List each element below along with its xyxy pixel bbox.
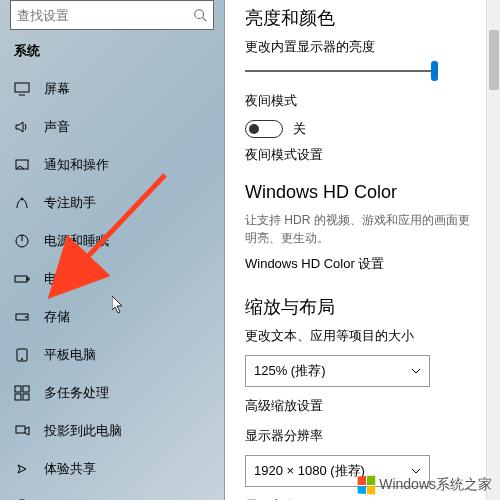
hdcolor-link[interactable]: Windows HD Color 设置 xyxy=(245,255,480,273)
hdcolor-desc: 让支持 HDR 的视频、游戏和应用的画面更明亮、更生动。 xyxy=(245,211,480,247)
svg-rect-18 xyxy=(16,426,25,433)
scrollbar[interactable] xyxy=(486,0,500,500)
nav-item-tablet[interactable]: 平板电脑 xyxy=(0,336,224,374)
svg-rect-15 xyxy=(23,386,29,392)
hdcolor-title: Windows HD Color xyxy=(245,182,480,203)
svg-rect-8 xyxy=(15,276,27,282)
chevron-down-icon xyxy=(411,366,421,376)
search-icon xyxy=(193,8,207,22)
nav-item-clipboard[interactable]: 剪贴板 xyxy=(0,488,224,500)
text-size-label: 更改文本、应用等项目的大小 xyxy=(245,327,480,345)
advanced-scale-link[interactable]: 高级缩放设置 xyxy=(245,397,480,415)
nav-item-focus[interactable]: 专注助手 xyxy=(0,184,224,222)
nav-label: 专注助手 xyxy=(44,194,96,212)
search-box[interactable] xyxy=(10,0,214,30)
windows-logo-icon xyxy=(358,476,376,495)
focus-icon xyxy=(14,195,30,211)
watermark: Windows系统之家 xyxy=(357,476,492,494)
scrollbar-thumb[interactable] xyxy=(489,30,499,90)
notification-icon xyxy=(14,157,30,173)
slider-thumb[interactable] xyxy=(431,61,438,81)
watermark-text: Windows系统之家 xyxy=(379,476,492,494)
storage-icon xyxy=(14,309,30,325)
dropdown-value: 125% (推荐) xyxy=(254,362,326,380)
night-mode-settings-link[interactable]: 夜间模式设置 xyxy=(245,146,480,164)
power-icon xyxy=(14,233,30,249)
nav-label: 电源和睡眠 xyxy=(44,232,109,250)
svg-line-1 xyxy=(203,18,207,22)
battery-icon xyxy=(14,271,30,287)
nav-label: 存储 xyxy=(44,308,70,326)
sidebar: 系统 屏幕 声音 通知和操作 专注助手 电源和睡眠 电池 存储 平板电脑 多任务… xyxy=(0,0,225,500)
svg-rect-16 xyxy=(15,394,21,400)
nav-item-project[interactable]: 投影到此电脑 xyxy=(0,412,224,450)
text-size-dropdown[interactable]: 125% (推荐) xyxy=(245,355,430,387)
svg-rect-14 xyxy=(15,386,21,392)
brightness-slider[interactable] xyxy=(245,70,435,72)
svg-point-0 xyxy=(195,10,204,19)
nav-label: 声音 xyxy=(44,118,70,136)
nav-item-multitask[interactable]: 多任务处理 xyxy=(0,374,224,412)
nav-item-power[interactable]: 电源和睡眠 xyxy=(0,222,224,260)
nav-item-sound[interactable]: 声音 xyxy=(0,108,224,146)
svg-rect-17 xyxy=(23,394,29,400)
nav-label: 多任务处理 xyxy=(44,384,109,402)
nav-item-notifications[interactable]: 通知和操作 xyxy=(0,146,224,184)
toggle-knob xyxy=(249,124,259,134)
nav-item-battery[interactable]: 电池 xyxy=(0,260,224,298)
brightness-sub: 更改内置显示器的亮度 xyxy=(245,38,480,56)
scale-title: 缩放与布局 xyxy=(245,295,480,319)
sound-icon xyxy=(14,119,30,135)
nav-label: 屏幕 xyxy=(44,80,70,98)
main-panel: 亮度和颜色 更改内置显示器的亮度 夜间模式 关 夜间模式设置 Windows H… xyxy=(225,0,500,500)
nav-label: 通知和操作 xyxy=(44,156,109,174)
resolution-label: 显示器分辨率 xyxy=(245,427,480,445)
svg-rect-9 xyxy=(27,278,29,280)
svg-point-11 xyxy=(26,317,27,318)
dropdown-value: 1920 × 1080 (推荐) xyxy=(254,462,365,480)
shared-icon xyxy=(14,461,30,477)
nav-label: 平板电脑 xyxy=(44,346,96,364)
search-input[interactable] xyxy=(17,8,193,23)
svg-rect-2 xyxy=(15,83,29,92)
display-icon xyxy=(14,81,30,97)
nav-label: 体验共享 xyxy=(44,460,96,478)
night-mode-label: 夜间模式 xyxy=(245,92,480,110)
multitask-icon xyxy=(14,385,30,401)
section-label: 系统 xyxy=(0,38,224,70)
toggle-state: 关 xyxy=(293,120,306,138)
nav-label: 投影到此电脑 xyxy=(44,422,122,440)
nav-item-storage[interactable]: 存储 xyxy=(0,298,224,336)
tablet-icon xyxy=(14,347,30,363)
nav-list: 屏幕 声音 通知和操作 专注助手 电源和睡眠 电池 存储 平板电脑 多任务处理 … xyxy=(0,70,224,500)
nav-item-display[interactable]: 屏幕 xyxy=(0,70,224,108)
svg-point-13 xyxy=(22,359,23,360)
chevron-down-icon xyxy=(411,466,421,476)
project-icon xyxy=(14,423,30,439)
night-mode-toggle[interactable] xyxy=(245,120,283,138)
nav-item-shared[interactable]: 体验共享 xyxy=(0,450,224,488)
brightness-title: 亮度和颜色 xyxy=(245,6,480,30)
nav-label: 电池 xyxy=(44,270,70,288)
